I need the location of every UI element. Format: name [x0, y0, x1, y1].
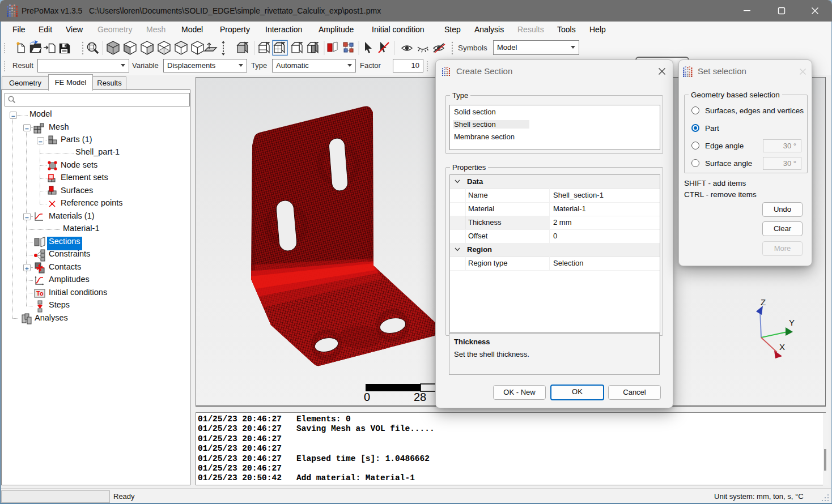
svg-text:To: To	[36, 290, 44, 297]
svg-text:Z: Z	[761, 297, 766, 307]
svg-text:28: 28	[414, 391, 426, 403]
svg-text:0: 0	[364, 391, 370, 403]
svg-text:X: X	[779, 342, 785, 352]
svg-text:Y: Y	[789, 318, 795, 327]
